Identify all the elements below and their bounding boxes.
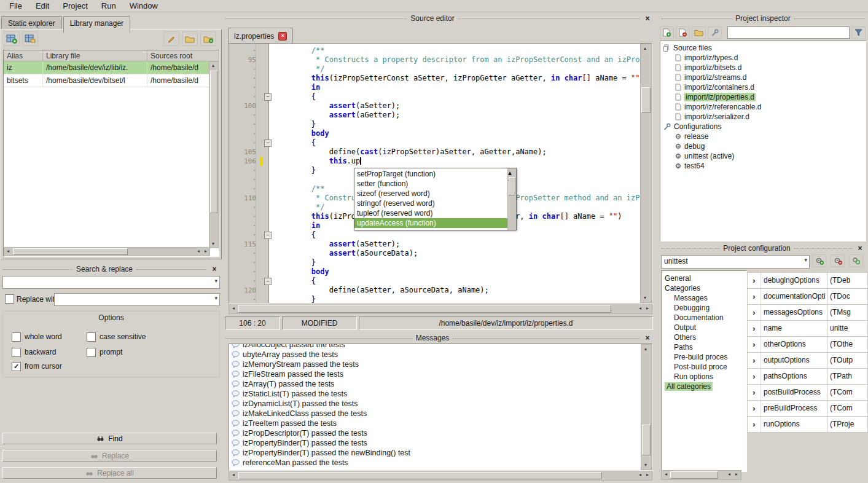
completion-item[interactable]: tupleof (reserved word) [354, 208, 507, 218]
category-general[interactable]: General [662, 273, 746, 283]
scroll-down-icon[interactable]: ▾ [641, 294, 649, 302]
close-source-editor-button[interactable]: × [643, 14, 652, 23]
editor-vscrollbar[interactable]: ▴ ▾ [640, 44, 652, 303]
message-item[interactable]: izPropertyBinder(T) passed the tests [232, 438, 652, 448]
expand-icon[interactable] [748, 289, 761, 304]
message-item[interactable]: izAllocObject passed the tests [232, 344, 652, 350]
message-item[interactable]: izStaticList(T) passed the tests [232, 389, 652, 399]
scroll-left-icon[interactable]: ◂ [636, 471, 644, 479]
add-configuration-button[interactable] [812, 254, 826, 267]
code-line[interactable]: · { [229, 92, 641, 101]
property-row[interactable]: outputOptions (TOutp [747, 353, 868, 369]
scroll-left-icon[interactable]: ◂ [230, 471, 237, 479]
expand-icon[interactable] [748, 369, 761, 384]
code-text[interactable]: in [273, 83, 641, 92]
message-item[interactable]: referenceMan passed the tests [232, 458, 652, 468]
category-item[interactable]: Debugging [662, 303, 746, 313]
message-item[interactable]: izPropertyBinder(T) passed the newBindin… [232, 448, 652, 458]
add-library-button[interactable] [4, 31, 20, 46]
fold-collapse-icon[interactable] [264, 278, 272, 285]
scrollbar-thumb[interactable] [13, 248, 128, 255]
expand-icon[interactable] [748, 321, 761, 336]
category-item[interactable]: Paths [662, 342, 746, 352]
property-row[interactable]: otherOptions (TOthe [747, 337, 868, 353]
code-editor[interactable]: · /**95 * Constructs a property descript… [229, 43, 652, 304]
category-categories[interactable]: Categories [662, 283, 746, 293]
scrollbar-thumb[interactable] [238, 472, 602, 479]
category-item[interactable]: Pre-build proces [662, 352, 746, 362]
tree-file-item[interactable]: import/iz/properties.d [660, 92, 866, 102]
code-text[interactable]: { [273, 138, 641, 147]
replace-button[interactable]: Replace [2, 450, 217, 461]
code-text[interactable]: */ [273, 65, 641, 74]
find-button[interactable]: Find [2, 433, 217, 444]
code-line[interactable]: · assert(aGetter); [229, 111, 641, 120]
scrollbar-thumb[interactable] [210, 71, 217, 213]
tree-file-item[interactable]: import/iz/serializer.d [660, 112, 866, 122]
code-text[interactable]: body [273, 267, 641, 277]
code-text[interactable]: assert(aGetter); [273, 111, 641, 120]
code-text[interactable]: assert(aSourceData); [273, 249, 641, 258]
open-library-button[interactable] [22, 31, 38, 46]
code-line[interactable]: · this(izPropSetterConst aSetter, izProp… [229, 74, 641, 83]
fold-collapse-icon[interactable] [264, 232, 272, 239]
scroll-right-icon[interactable]: ▸ [644, 471, 651, 479]
property-row[interactable]: messagesOptions (TMsg [747, 305, 868, 321]
scroll-down-icon[interactable]: ▾ [209, 240, 217, 248]
backward-checkbox[interactable] [12, 348, 21, 357]
scrollbar-thumb[interactable] [642, 425, 651, 455]
configuration-selector[interactable]: unittest ▾ [661, 255, 810, 269]
dropdown-chevron-icon[interactable]: ▾ [804, 257, 807, 263]
edit-alias-button[interactable] [163, 31, 179, 46]
dropdown-chevron-icon[interactable]: ▾ [214, 278, 217, 284]
code-text[interactable]: } [273, 295, 641, 303]
tree-configuration-item[interactable]: unittest (active) [660, 151, 866, 161]
library-row[interactable]: iz /home/basile/dev/iz/lib/iz. /home/bas… [4, 61, 219, 74]
scroll-right-icon[interactable]: ▸ [202, 248, 209, 255]
clone-configuration-button[interactable] [849, 254, 863, 267]
close-project-configuration-button[interactable]: × [856, 244, 864, 253]
expand-icon[interactable] [748, 305, 761, 320]
tree-configuration-item[interactable]: test64 [660, 161, 866, 171]
message-item[interactable]: izTreeItem passed the tests [232, 418, 652, 428]
scroll-right-icon[interactable]: ▸ [733, 471, 740, 478]
menu-item[interactable]: Project [56, 0, 94, 12]
code-line[interactable]: 105 define(cast(izPropSetter)aSetter, aG… [229, 147, 641, 157]
property-row[interactable]: debugingOptions (TDeb [747, 272, 868, 289]
code-text[interactable]: body [273, 129, 641, 138]
menu-item[interactable]: File [2, 0, 29, 12]
code-text[interactable]: this.up [273, 157, 641, 166]
code-text[interactable]: assert(aSetter); [273, 240, 641, 249]
close-messages-button[interactable]: × [643, 334, 652, 342]
code-line[interactable]: 95 * Constructs a property descriptor fr… [229, 55, 641, 65]
code-text[interactable]: /** [273, 46, 641, 55]
editor-hscrollbar[interactable]: ◂ ◂ ▸ [229, 304, 652, 314]
search-term-combobox[interactable]: ▾ [2, 276, 220, 289]
library-table-hscrollbar[interactable]: ◂ ◂ ▸ [4, 247, 210, 256]
messages-vscrollbar[interactable]: ▴ ▾ [641, 344, 652, 470]
scroll-up-icon[interactable]: ▴ [508, 168, 512, 177]
add-folder-button[interactable] [200, 31, 216, 46]
scroll-left-icon[interactable]: ◂ [662, 471, 670, 478]
code-line[interactable]: · } [229, 258, 641, 267]
code-text[interactable]: define(aSetter, aSourceData, aName); [273, 286, 641, 295]
message-item[interactable]: ubyteArray passed the tests [232, 350, 652, 359]
tree-configuration-item[interactable]: debug [660, 141, 866, 151]
library-table-vscrollbar[interactable]: ▴ ▾ [209, 61, 219, 248]
code-line[interactable]: · } [229, 120, 641, 129]
column-alias[interactable]: Alias [4, 50, 43, 61]
expand-icon[interactable] [748, 337, 761, 352]
completion-item[interactable]: updateAccess (function) [354, 218, 507, 228]
editor-tab[interactable]: iz.properties × [228, 28, 293, 44]
message-item[interactable]: izMemoryStream passed the tests [232, 359, 652, 369]
tree-file-item[interactable]: import/iz/types.d [660, 53, 866, 63]
code-line[interactable]: · */ [229, 65, 641, 74]
menu-item[interactable]: Run [95, 0, 123, 12]
code-line[interactable]: · } [229, 295, 641, 303]
categories-hscrollbar[interactable]: ◂ ◂ ▸ [661, 470, 741, 480]
fold-collapse-icon[interactable] [264, 93, 272, 101]
project-options-button[interactable] [708, 26, 722, 39]
from-cursor-checkbox[interactable]: ✓ [12, 362, 21, 371]
scroll-down-icon[interactable]: ▾ [642, 461, 649, 469]
remove-source-button[interactable] [676, 26, 690, 39]
